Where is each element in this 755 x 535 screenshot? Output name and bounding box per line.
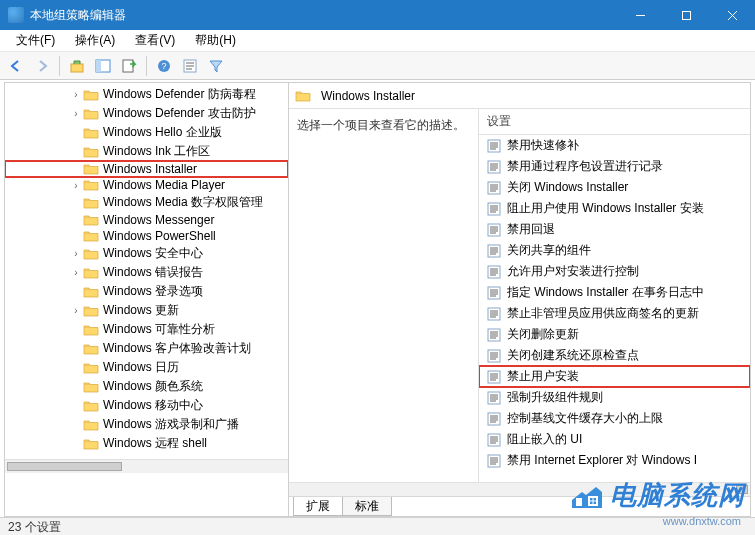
setting-item[interactable]: 禁止用户安装: [479, 366, 750, 387]
tree-horizontal-scrollbar[interactable]: [5, 459, 288, 473]
tree-item[interactable]: Windows Ink 工作区: [5, 142, 288, 161]
expander-icon[interactable]: ›: [69, 266, 83, 280]
expander-icon[interactable]: ›: [69, 247, 83, 261]
tree-item[interactable]: Windows 客户体验改善计划: [5, 339, 288, 358]
settings-list[interactable]: 设置 禁用快速修补禁用通过程序包设置进行记录关闭 Windows Install…: [479, 109, 750, 482]
export-list-button[interactable]: [117, 54, 141, 78]
setting-item[interactable]: 关闭创建系统还原检查点: [479, 345, 750, 366]
tree-item[interactable]: ›Windows Defender 攻击防护: [5, 104, 288, 123]
svg-rect-9: [71, 64, 83, 72]
expander-icon[interactable]: ›: [69, 107, 83, 121]
filter-button[interactable]: [204, 54, 228, 78]
tree-item[interactable]: Windows 日历: [5, 358, 288, 377]
tree-item-label: Windows 更新: [103, 302, 179, 319]
folder-icon: [83, 285, 99, 299]
help-button[interactable]: ?: [152, 54, 176, 78]
minimize-button[interactable]: [617, 0, 663, 30]
folder-icon: [295, 89, 311, 103]
menu-view[interactable]: 查看(V): [125, 30, 185, 51]
expander-icon[interactable]: [69, 145, 83, 159]
policy-icon: [487, 265, 501, 279]
menu-help[interactable]: 帮助(H): [185, 30, 246, 51]
details-header: Windows Installer: [289, 83, 750, 109]
expander-icon[interactable]: [69, 196, 83, 210]
expander-icon[interactable]: ›: [69, 88, 83, 102]
expander-icon[interactable]: ›: [69, 178, 83, 192]
tree-item[interactable]: Windows 远程 shell: [5, 434, 288, 453]
menu-file[interactable]: 文件(F): [6, 30, 65, 51]
tree-item-label: Windows PowerShell: [103, 229, 216, 243]
tree-item[interactable]: ›Windows Defender 防病毒程: [5, 85, 288, 104]
tree-item[interactable]: ›Windows Media Player: [5, 177, 288, 193]
tree-pane[interactable]: ›Windows Defender 防病毒程›Windows Defender …: [5, 83, 289, 516]
expander-icon[interactable]: [69, 342, 83, 356]
properties-button[interactable]: [178, 54, 202, 78]
tree-item[interactable]: ›Windows 更新: [5, 301, 288, 320]
expander-icon[interactable]: [69, 126, 83, 140]
setting-item[interactable]: 禁用快速修补: [479, 135, 750, 156]
expander-icon[interactable]: [69, 213, 83, 227]
setting-item-label: 指定 Windows Installer 在事务日志中: [507, 284, 704, 301]
tree-item-label: Windows 移动中心: [103, 397, 203, 414]
show-hide-tree-button[interactable]: [91, 54, 115, 78]
settings-column-header[interactable]: 设置: [479, 109, 750, 135]
setting-item[interactable]: 关闭共享的组件: [479, 240, 750, 261]
maximize-button[interactable]: [663, 0, 709, 30]
setting-item[interactable]: 禁止非管理员应用供应商签名的更新: [479, 303, 750, 324]
setting-item-label: 关闭删除更新: [507, 326, 579, 343]
expander-icon[interactable]: ›: [69, 304, 83, 318]
expander-icon[interactable]: [69, 162, 83, 176]
policy-icon: [487, 286, 501, 300]
setting-item[interactable]: 允许用户对安装进行控制: [479, 261, 750, 282]
up-button[interactable]: [65, 54, 89, 78]
tab-standard[interactable]: 标准: [342, 497, 392, 516]
expander-icon[interactable]: [69, 437, 83, 451]
details-header-title: Windows Installer: [321, 89, 415, 103]
forward-button[interactable]: [30, 54, 54, 78]
tree-item[interactable]: ›Windows 安全中心: [5, 244, 288, 263]
menu-action[interactable]: 操作(A): [65, 30, 125, 51]
close-button[interactable]: [709, 0, 755, 30]
details-horizontal-scrollbar[interactable]: [289, 482, 750, 496]
tree-item[interactable]: Windows 移动中心: [5, 396, 288, 415]
tree-item[interactable]: Windows PowerShell: [5, 228, 288, 244]
tree-item[interactable]: Windows 游戏录制和广播: [5, 415, 288, 434]
tree-item[interactable]: Windows Messenger: [5, 212, 288, 228]
tree-item[interactable]: ›Windows 错误报告: [5, 263, 288, 282]
tree-item[interactable]: Windows Installer: [5, 161, 288, 177]
expander-icon[interactable]: [69, 285, 83, 299]
expander-icon[interactable]: [69, 399, 83, 413]
setting-item[interactable]: 禁用回退: [479, 219, 750, 240]
tree-item[interactable]: Windows Media 数字权限管理: [5, 193, 288, 212]
setting-item[interactable]: 指定 Windows Installer 在事务日志中: [479, 282, 750, 303]
setting-item[interactable]: 禁用通过程序包设置进行记录: [479, 156, 750, 177]
tree-item-label: Windows 安全中心: [103, 245, 203, 262]
svg-text:?: ?: [161, 61, 166, 71]
setting-item[interactable]: 禁用 Internet Explorer 对 Windows I: [479, 450, 750, 471]
expander-icon[interactable]: [69, 361, 83, 375]
tree-item-label: Windows Messenger: [103, 213, 214, 227]
tree-item-label: Windows Installer: [103, 162, 197, 176]
setting-item[interactable]: 强制升级组件规则: [479, 387, 750, 408]
expander-icon[interactable]: [69, 380, 83, 394]
setting-item[interactable]: 阻止嵌入的 UI: [479, 429, 750, 450]
setting-item-label: 控制基线文件缓存大小的上限: [507, 410, 663, 427]
expander-icon[interactable]: [69, 229, 83, 243]
tree-item[interactable]: Windows 可靠性分析: [5, 320, 288, 339]
expander-icon[interactable]: [69, 418, 83, 432]
setting-item[interactable]: 关闭删除更新: [479, 324, 750, 345]
policy-icon: [487, 181, 501, 195]
back-button[interactable]: [4, 54, 28, 78]
tree-item-label: Windows 登录选项: [103, 283, 203, 300]
setting-item[interactable]: 阻止用户使用 Windows Installer 安装: [479, 198, 750, 219]
setting-item[interactable]: 关闭 Windows Installer: [479, 177, 750, 198]
tab-extended[interactable]: 扩展: [293, 497, 343, 516]
tree-item[interactable]: Windows 颜色系统: [5, 377, 288, 396]
tree-item[interactable]: Windows Hello 企业版: [5, 123, 288, 142]
pane-tabs: 扩展 标准: [289, 496, 750, 516]
expander-icon[interactable]: [69, 323, 83, 337]
tree-item[interactable]: Windows 登录选项: [5, 282, 288, 301]
setting-item[interactable]: 控制基线文件缓存大小的上限: [479, 408, 750, 429]
description-column: 选择一个项目来查看它的描述。: [289, 109, 479, 482]
setting-item-label: 禁用通过程序包设置进行记录: [507, 158, 663, 175]
